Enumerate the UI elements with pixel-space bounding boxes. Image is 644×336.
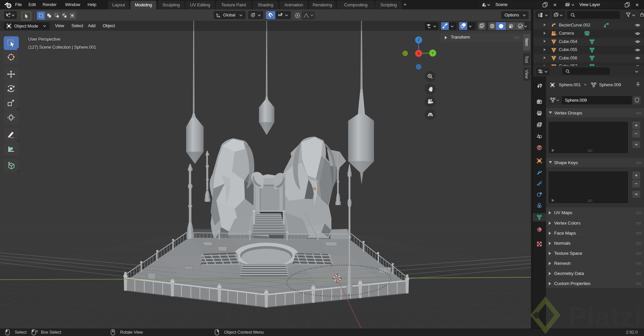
- svg-text:Z: Z: [418, 38, 420, 42]
- svg-text:X: X: [417, 51, 420, 55]
- svg-text:Y: Y: [431, 51, 434, 55]
